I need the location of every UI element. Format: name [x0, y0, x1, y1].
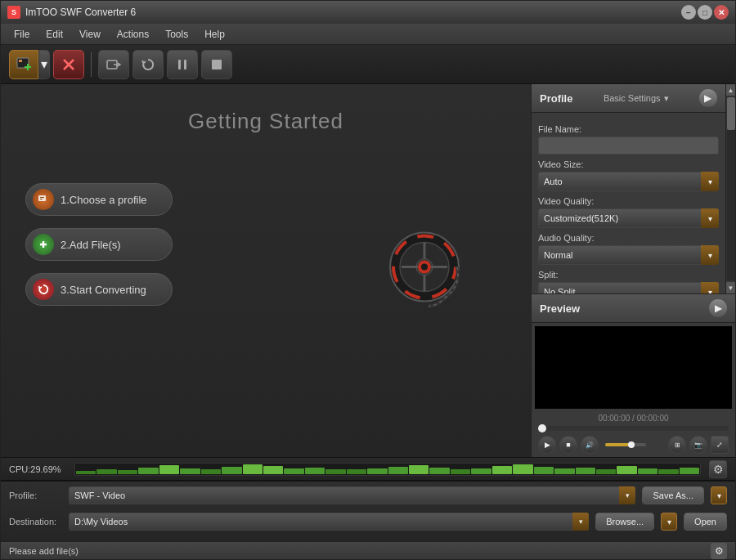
volume-slider[interactable] — [605, 443, 646, 446]
load-button[interactable] — [98, 50, 129, 79]
close-button[interactable]: ✕ — [714, 5, 729, 20]
profile-content: Profile Basic Settings ▾ ▶ File Name: Vi… — [532, 84, 725, 293]
split-select[interactable]: No Split By Size By Time — [538, 282, 719, 293]
profile-header: Profile Basic Settings ▾ ▶ — [532, 84, 725, 113]
stop-preview-button[interactable]: ■ — [559, 436, 577, 454]
choose-profile-button[interactable]: 1.Choose a profile — [25, 183, 173, 216]
cpu-bar-item — [222, 467, 241, 474]
cpu-bar-item — [367, 468, 387, 474]
toolbar: ▾ — [1, 45, 735, 84]
preview-screen — [535, 326, 732, 409]
cpu-bar-item — [159, 465, 179, 473]
profile-row-label: Profile: — [9, 491, 62, 500]
basic-settings-arrow-icon: ▾ — [664, 93, 669, 104]
profile-next-icon[interactable]: ▶ — [699, 89, 717, 107]
start-converting-button[interactable]: 3.Start Converting — [25, 273, 173, 306]
add-files-step-icon — [33, 234, 54, 255]
svg-point-25 — [421, 264, 428, 271]
title-left: S ImTOO SWF Converter 6 — [7, 6, 136, 19]
save-as-split-button[interactable]: ▾ — [711, 486, 727, 504]
basic-settings-button[interactable]: Basic Settings ▾ — [604, 93, 669, 104]
cpu-bar-item — [658, 469, 678, 473]
cpu-bar-item — [492, 466, 512, 473]
fullscreen-button[interactable]: ⤢ — [711, 436, 729, 454]
preview-time: 00:00:00 / 00:00:00 — [532, 412, 735, 424]
destination-combo[interactable]: D:\My Videos C:\Users\Videos — [69, 513, 589, 531]
scroll-down-button[interactable]: ▼ — [726, 282, 736, 293]
film-reel-graphic — [384, 225, 465, 317]
cpu-graph — [74, 463, 701, 476]
split-wrapper: No Split By Size By Time ▾ — [538, 282, 719, 293]
title-bar: S ImTOO SWF Converter 6 − □ ✕ — [1, 1, 735, 24]
scroll-up-button[interactable]: ▲ — [726, 84, 736, 96]
menu-view[interactable]: View — [71, 26, 109, 43]
play-button[interactable]: ▶ — [538, 436, 556, 454]
add-files-step-button[interactable]: 2.Add File(s) — [25, 228, 173, 261]
remove-files-button[interactable] — [53, 50, 84, 79]
svg-rect-12 — [40, 197, 44, 198]
cpu-bar-item — [513, 464, 532, 473]
cpu-bar-item — [638, 468, 657, 474]
cpu-settings-button[interactable]: ⚙ — [709, 460, 727, 478]
status-settings-button[interactable]: ⚙ — [711, 543, 727, 559]
profile-combo[interactable]: SWF - Video SWF - Audio MP4 - Video — [69, 486, 635, 504]
destination-combo-wrapper: D:\My Videos C:\Users\Videos ▾ — [69, 513, 589, 531]
cpu-bar-item — [325, 469, 345, 474]
video-quality-label: Video Quality: — [538, 196, 719, 206]
video-size-wrapper: Auto 320x240 640x480 ▾ — [538, 172, 719, 191]
scroll-track[interactable] — [727, 97, 735, 280]
snapshot-button[interactable]: ⊞ — [668, 436, 686, 454]
profile-fields: File Name: Video Size: Auto 320x240 640x… — [532, 113, 725, 293]
toolbar-separator-1 — [91, 52, 92, 77]
steps-container: 1.Choose a profile 2.Add File(s) — [25, 183, 173, 318]
cpu-bar-item — [429, 468, 449, 474]
audio-quality-wrapper: Normal Low High ▾ — [538, 245, 719, 265]
window-controls: − □ ✕ — [681, 5, 729, 20]
profile-combo-wrapper: SWF - Video SWF - Audio MP4 - Video ▾ — [69, 486, 635, 504]
menu-tools[interactable]: Tools — [157, 26, 196, 43]
video-size-label: Video Size: — [538, 159, 719, 169]
cpu-bar-item — [596, 469, 616, 474]
cpu-bar-item — [534, 467, 554, 474]
pause-button[interactable] — [167, 50, 198, 79]
video-quality-select[interactable]: Customized(512K) Low Normal High — [538, 208, 719, 228]
save-as-button[interactable]: Save As... — [642, 486, 704, 504]
getting-started-label: Getting Started — [188, 109, 343, 134]
bottom-bar: Profile: SWF - Video SWF - Audio MP4 - V… — [1, 480, 735, 541]
app-icon: S — [7, 6, 20, 19]
app-title: ImTOO SWF Converter 6 — [25, 7, 136, 18]
video-size-select[interactable]: Auto 320x240 640x480 — [538, 172, 719, 191]
preview-header: Preview ▶ — [532, 294, 735, 323]
volume-fill — [605, 443, 630, 446]
volume-button[interactable]: 🔊 — [581, 436, 599, 454]
cpu-bar-item — [617, 466, 636, 473]
add-files-button[interactable] — [9, 50, 38, 79]
menu-file[interactable]: File — [6, 26, 38, 43]
maximize-button[interactable]: □ — [698, 5, 712, 20]
browse-split-button[interactable]: ▾ — [661, 513, 677, 531]
preview-seekbar[interactable] — [538, 426, 729, 431]
cpu-bar-item — [96, 469, 116, 474]
bottom-profile-row: Profile: SWF - Video SWF - Audio MP4 - V… — [1, 482, 735, 509]
preview-expand-icon[interactable]: ▶ — [709, 299, 727, 317]
scroll-thumb — [727, 97, 735, 130]
bottom-destination-row: Destination: D:\My Videos C:\Users\Video… — [1, 509, 735, 534]
file-name-label: File Name: — [538, 124, 719, 134]
menu-help[interactable]: Help — [196, 26, 233, 43]
cpu-bar-item — [680, 468, 699, 474]
cpu-bar-item — [305, 468, 325, 474]
minimize-button[interactable]: − — [681, 5, 696, 20]
refresh-button[interactable] — [132, 50, 164, 79]
menu-edit[interactable]: Edit — [38, 26, 71, 43]
svg-rect-8 — [178, 60, 181, 69]
split-label: Split: — [538, 270, 719, 280]
stop-button[interactable] — [201, 50, 232, 79]
open-button[interactable]: Open — [684, 513, 727, 531]
audio-quality-select[interactable]: Normal Low High — [538, 245, 719, 265]
browse-button[interactable]: Browse... — [595, 513, 654, 531]
add-dropdown-button[interactable]: ▾ — [38, 50, 50, 79]
status-text: Please add file(s) — [9, 546, 79, 556]
camera-button[interactable]: 📷 — [689, 436, 707, 454]
file-name-input[interactable] — [538, 137, 719, 155]
menu-actions[interactable]: Actions — [109, 26, 157, 43]
